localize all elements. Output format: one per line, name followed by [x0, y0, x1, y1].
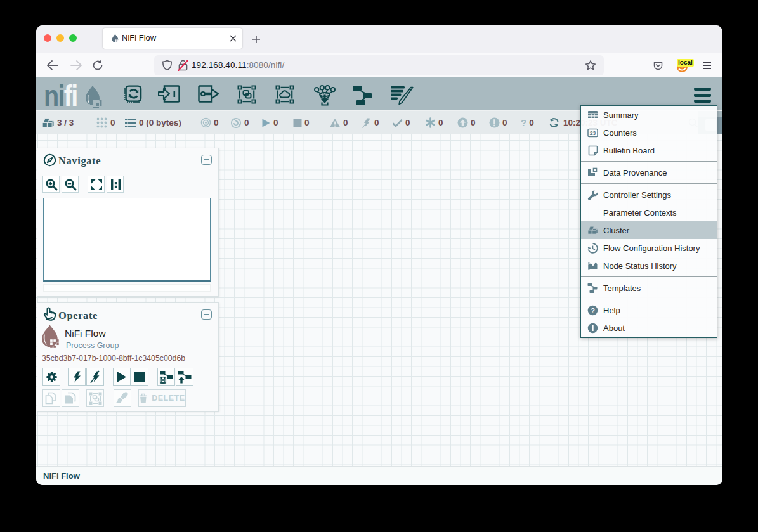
svg-text:?: ?	[591, 306, 595, 314]
svg-text:23: 23	[590, 129, 596, 136]
